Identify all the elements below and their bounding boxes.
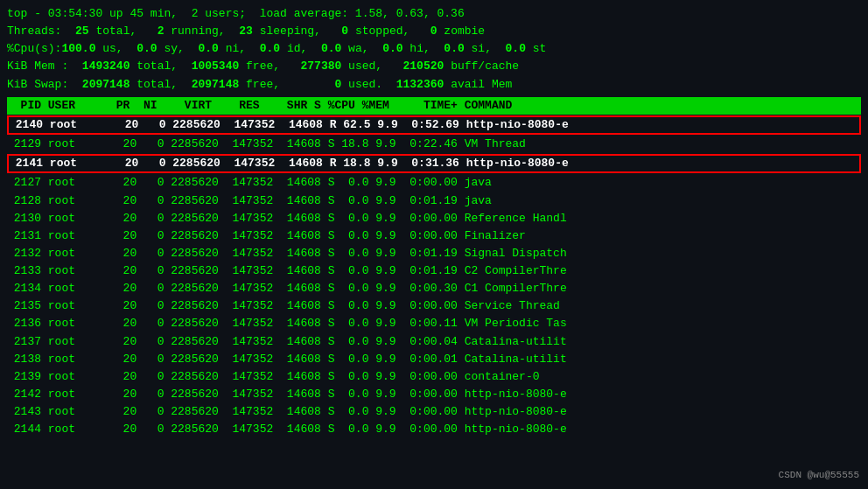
process-table: 2140 root 20 0 2285620 147352 14608 R 62… (7, 115, 861, 439)
terminal: top - 03:54:30 up 45 min, 2 users; load … (0, 0, 868, 489)
top-line: top - 03:54:30 up 45 min, 2 users; load … (7, 5, 861, 23)
cpu-line: %Cpu(s):100.0 us, 0.0 sy, 0.0 ni, 0.0 id… (7, 40, 861, 58)
watermark: CSDN @wu@55555 (779, 470, 859, 480)
threads-line: Threads: 25 total, 2 running, 23 sleepin… (7, 23, 861, 40)
mem-line: KiB Mem : 1493240 total, 1005340 free, 2… (7, 58, 861, 75)
process-table-header: PID USER PR NI VIRT RES SHR S %CPU %MEM … (7, 97, 861, 115)
swap-line: KiB Swap: 2097148 total, 2097148 free, 0… (7, 76, 861, 94)
